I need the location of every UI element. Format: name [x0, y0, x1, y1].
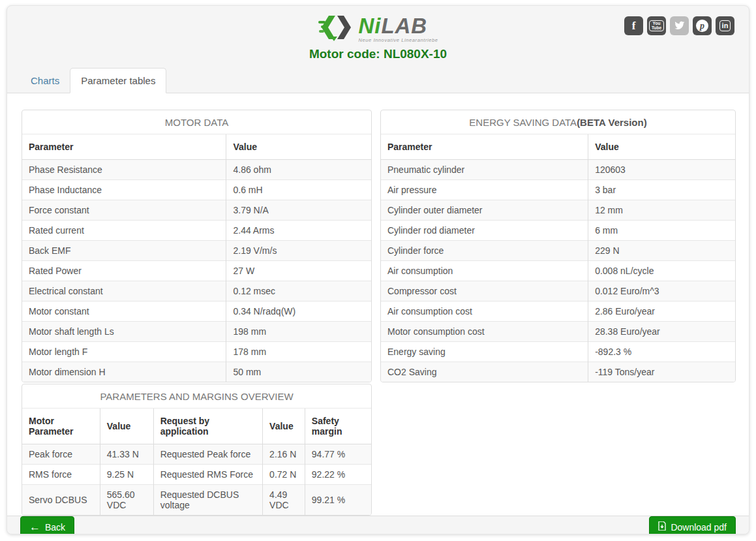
table-cell: 120603 — [588, 160, 735, 180]
table-row: Electrical constant0.12 msec — [22, 281, 371, 301]
column-header: Value — [263, 409, 305, 444]
column-header: Parameter — [22, 134, 226, 160]
table-row: Pneumatic cylinder120603 — [381, 160, 735, 180]
table-cell: 4.49 VDC — [263, 485, 305, 516]
parameters-margins-caption: PARAMETERS AND MARGINS OVERVIEW — [22, 384, 371, 409]
table-cell: 0.008 nL/cycle — [588, 261, 735, 281]
table-row: Back EMF2.19 V/m/s — [22, 241, 371, 261]
table-row: Phase Resistance4.86 ohm — [22, 160, 371, 180]
table-cell: Force constant — [22, 200, 226, 221]
table-cell: Motor length F — [22, 342, 226, 362]
table-cell: 2.86 Euro/year — [588, 301, 735, 322]
table-row: Cylinder outer diameter12 mm — [381, 200, 735, 221]
table-row: CO2 Saving-119 Tons/year — [381, 362, 735, 382]
table-row: Rated current2.44 Arms — [22, 221, 371, 241]
table-cell: 4.86 ohm — [226, 160, 371, 180]
motor-data-caption: MOTOR DATA — [22, 110, 371, 134]
linkedin-icon[interactable]: in — [716, 16, 734, 35]
table-cell: Requested RMS Force — [153, 465, 262, 485]
table-cell: 178 mm — [226, 342, 371, 362]
table-row: Motor shaft length Ls198 mm — [22, 322, 371, 342]
table-cell: 94.77 % — [305, 444, 371, 465]
table-row: Cylinder force229 N — [381, 241, 735, 261]
download-file-icon — [658, 521, 666, 533]
table-row: Air consumption0.008 nL/cycle — [381, 261, 735, 281]
back-button[interactable]: ← Back — [20, 516, 74, 534]
table-cell: Rated Power — [22, 261, 226, 281]
table-cell: Peak force — [22, 444, 100, 465]
table-cell: 2.44 Arms — [226, 221, 371, 241]
table-cell: 0.72 N — [263, 465, 305, 485]
table-row: Energy saving-892.3 % — [381, 342, 735, 362]
table-cell: 0.12 msec — [226, 281, 371, 301]
table-cell: Air consumption cost — [381, 301, 588, 322]
table-cell: Motor shaft length Ls — [22, 322, 226, 342]
table-row: Phase Inductance0.6 mH — [22, 180, 371, 200]
tab-content: MOTOR DATA ParameterValue Phase Resistan… — [7, 93, 749, 516]
table-cell: 0.6 mH — [226, 180, 371, 200]
table-cell: 50 mm — [226, 362, 371, 382]
column-header: Value — [100, 409, 153, 444]
energy-saving-table: ENERGY SAVING DATA(BETA Version) Paramet… — [380, 110, 736, 382]
facebook-icon[interactable]: f — [624, 16, 643, 35]
tab-parameter-tables[interactable]: Parameter tables — [70, 68, 166, 93]
table-cell: 229 N — [588, 241, 735, 261]
table-row: Servo DCBUS565.60 VDCRequested DCBUS vol… — [22, 485, 371, 516]
table-cell: 2.16 N — [263, 444, 305, 465]
parameters-margins-table: PARAMETERS AND MARGINS OVERVIEW Motor Pa… — [22, 384, 372, 516]
table-cell: 3 bar — [588, 180, 735, 200]
table-cell: 198 mm — [226, 322, 371, 342]
table-cell: Air consumption — [381, 261, 588, 281]
app-card: NiLAB Neue Innovative Linearantriebe Mot… — [7, 5, 749, 534]
energy-saving-caption: ENERGY SAVING DATA(BETA Version) — [381, 110, 735, 134]
table-row: Air consumption cost2.86 Euro/year — [381, 301, 735, 322]
brand-name: NiLAB — [358, 15, 438, 37]
page-title: Motor code: NL080X-10 — [7, 47, 749, 61]
footer-bar: ← Back Download pdf — [7, 516, 749, 534]
table-row: Motor dimension H50 mm — [22, 362, 371, 382]
table-cell: 12 mm — [588, 200, 735, 221]
table-cell: 565.60 VDC — [100, 485, 153, 516]
table-cell: 0.012 Euro/m^3 — [588, 281, 735, 301]
table-cell: Servo DCBUS — [22, 485, 100, 516]
social-links: f YouTube p in — [624, 16, 734, 35]
table-cell: 92.22 % — [305, 465, 371, 485]
logo-text: NiLAB Neue Innovative Linearantriebe — [358, 15, 438, 43]
table-cell: Requested Peak force — [153, 444, 262, 465]
table-cell: CO2 Saving — [381, 362, 588, 382]
motor-data-table: MOTOR DATA ParameterValue Phase Resistan… — [22, 110, 372, 382]
table-cell: -892.3 % — [588, 342, 735, 362]
table-cell: -119 Tons/year — [588, 362, 735, 382]
pinterest-icon[interactable]: p — [693, 16, 712, 35]
table-cell: Compressor cost — [381, 281, 588, 301]
tab-charts[interactable]: Charts — [20, 69, 70, 93]
table-cell: Motor dimension H — [22, 362, 226, 382]
column-header: Request by application — [153, 409, 262, 444]
twitter-icon[interactable] — [670, 16, 689, 35]
table-row: Compressor cost0.012 Euro/m^3 — [381, 281, 735, 301]
table-cell: 27 W — [226, 261, 371, 281]
table-cell: Cylinder force — [381, 241, 588, 261]
table-cell: 41.33 N — [100, 444, 153, 465]
arrow-left-icon: ← — [29, 521, 40, 533]
table-cell: Electrical constant — [22, 281, 226, 301]
table-cell: Cylinder outer diameter — [381, 200, 588, 221]
table-row: Motor consumption cost28.38 Euro/year — [381, 322, 735, 342]
table-cell: Cylinder rod diameter — [381, 221, 588, 241]
table-cell: Energy saving — [381, 342, 588, 362]
table-cell: Air pressure — [381, 180, 588, 200]
table-cell: 0.34 N/radq(W) — [226, 301, 371, 322]
table-cell: Motor consumption cost — [381, 322, 588, 342]
header: NiLAB Neue Innovative Linearantriebe Mot… — [7, 6, 749, 61]
table-cell: 6 mm — [588, 221, 735, 241]
table-row: Motor length F178 mm — [22, 342, 371, 362]
table-cell: Requested DCBUS voltage — [153, 485, 262, 516]
table-row: Air pressure3 bar — [381, 180, 735, 200]
column-header: Value — [226, 134, 371, 160]
table-cell: Phase Resistance — [22, 160, 226, 180]
brand-tagline: Neue Innovative Linearantriebe — [358, 37, 438, 43]
youtube-icon[interactable]: YouTube — [647, 16, 666, 35]
download-pdf-button[interactable]: Download pdf — [649, 516, 736, 534]
table-cell: Back EMF — [22, 241, 226, 261]
table-row: Peak force41.33 NRequested Peak force2.1… — [22, 444, 371, 465]
